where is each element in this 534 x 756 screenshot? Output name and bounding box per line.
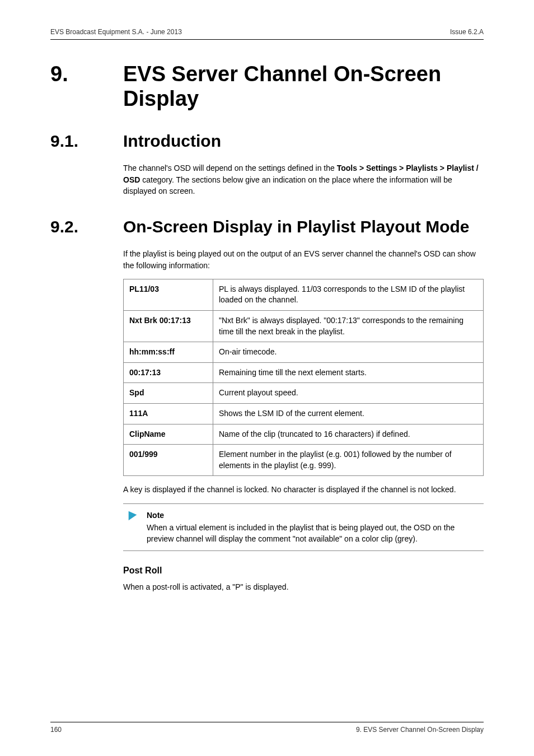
- section-number: 9.2.: [50, 217, 123, 236]
- table-row: ClipName Name of the clip (truncated to …: [124, 424, 484, 445]
- section-heading: 9.2. On-Screen Display in Playlist Playo…: [50, 217, 484, 237]
- table-value: "Nxt Brk" is always displayed. "00:17:13…: [213, 311, 484, 342]
- table-value: Remaining time till the next element sta…: [213, 362, 484, 383]
- osd-fields-table: PL11/03 PL is always displayed. 11/03 co…: [123, 279, 484, 477]
- header-left: EVS Broadcast Equipment S.A. - June 2013: [50, 28, 182, 36]
- section-number: 9.1.: [50, 132, 123, 151]
- section-body: The channel's OSD will depend on the set…: [123, 162, 484, 197]
- subheading-postroll: Post Roll: [123, 566, 484, 576]
- table-key: 111A: [124, 404, 213, 424]
- table-key: Spd: [124, 383, 213, 404]
- chapter-heading: 9. EVS Server Channel On-Screen Display: [50, 62, 484, 111]
- table-row: Nxt Brk 00:17:13 "Nxt Brk" is always dis…: [124, 311, 484, 342]
- table-row: Spd Current playout speed.: [124, 383, 484, 404]
- table-row: 001/999 Element number in the playlist (…: [124, 445, 484, 476]
- after-table-paragraph: A key is displayed if the channel is loc…: [123, 484, 484, 495]
- page-number: 160: [50, 726, 62, 734]
- table-row: hh:mm:ss:ff On-air timecode.: [124, 342, 484, 363]
- footer-section-label: 9. EVS Server Channel On-Screen Display: [356, 726, 484, 734]
- intro-text-2: category. The sections below give an ind…: [123, 175, 452, 195]
- table-row: PL11/03 PL is always displayed. 11/03 co…: [124, 279, 484, 310]
- table-value: On-air timecode.: [213, 342, 484, 363]
- table-row: 00:17:13 Remaining time till the next el…: [124, 362, 484, 383]
- table-value: Element number in the playlist (e.g. 001…: [213, 445, 484, 476]
- table-key: 001/999: [124, 445, 213, 476]
- table-value: Shows the LSM ID of the current element.: [213, 404, 484, 424]
- note-label: Note: [147, 510, 478, 521]
- table-key: hh:mm:ss:ff: [124, 342, 213, 363]
- table-key: ClipName: [124, 424, 213, 445]
- table-value: Name of the clip (truncated to 16 charac…: [213, 424, 484, 445]
- page: EVS Broadcast Equipment S.A. - June 2013…: [0, 0, 534, 756]
- table-value: Current playout speed.: [213, 383, 484, 404]
- section-body: If the playlist is being played out on t…: [123, 248, 484, 592]
- table-key: 00:17:13: [124, 362, 213, 383]
- table-value: PL is always displayed. 11/03 correspond…: [213, 279, 484, 310]
- chapter-number: 9.: [50, 62, 123, 86]
- section-heading: 9.1. Introduction: [50, 131, 484, 151]
- section-title: Introduction: [123, 131, 221, 151]
- note-body: When a virtual element is included in th…: [147, 523, 455, 543]
- note-icon: [127, 510, 139, 525]
- chapter-title: EVS Server Channel On-Screen Display: [123, 62, 484, 111]
- page-header: EVS Broadcast Equipment S.A. - June 2013…: [50, 28, 484, 40]
- intro-text-1: The channel's OSD will depend on the set…: [123, 164, 337, 172]
- section-title: On-Screen Display in Playlist Playout Mo…: [123, 217, 470, 237]
- table-key: PL11/03: [124, 279, 213, 310]
- intro-paragraph: The channel's OSD will depend on the set…: [123, 162, 484, 197]
- note-box: Note When a virtual element is included …: [123, 503, 484, 551]
- page-footer: 160 9. EVS Server Channel On-Screen Disp…: [50, 722, 484, 734]
- lead-paragraph: If the playlist is being played out on t…: [123, 248, 484, 271]
- table-row: 111A Shows the LSM ID of the current ele…: [124, 404, 484, 424]
- postroll-paragraph: When a post-roll is activated, a "P" is …: [123, 581, 484, 592]
- header-right: Issue 6.2.A: [450, 28, 484, 36]
- table-key: Nxt Brk 00:17:13: [124, 311, 213, 342]
